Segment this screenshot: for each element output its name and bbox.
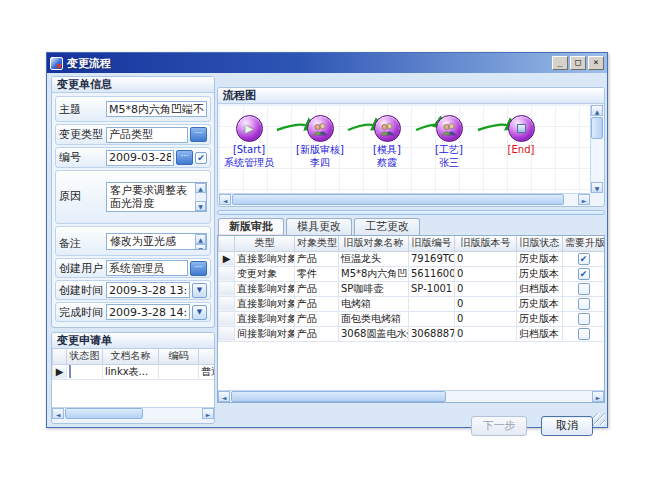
- request-table-hscrollbar[interactable]: ◄ ►: [52, 407, 214, 419]
- flow-node-start[interactable]: ▶[Start]系统管理员: [219, 115, 281, 168]
- word-doc-icon: [69, 365, 71, 378]
- ellipsis-icon[interactable]: ···: [190, 261, 207, 276]
- scroll-right-icon[interactable]: ►: [202, 408, 214, 419]
- scroll-up-icon[interactable]: ▲: [195, 183, 206, 193]
- old_name-cell: 电烤箱: [339, 296, 409, 311]
- table-row[interactable]: 直接影响对象产品电烤箱0历史版本: [219, 296, 605, 311]
- column-header[interactable]: 状态图: [67, 349, 103, 364]
- scroll-up-icon[interactable]: ▲: [195, 234, 206, 244]
- maximize-icon[interactable]: □: [570, 56, 586, 70]
- table-row[interactable]: 直接影响对象产品面包类电烤箱0历史版本: [219, 311, 605, 326]
- ellipsis-icon[interactable]: ···: [176, 150, 193, 165]
- table-row[interactable]: 间接影响对象产品3068圆盖电水壶30688870归档版本: [219, 326, 605, 341]
- close-icon[interactable]: ×: [588, 56, 604, 70]
- number-checkbox[interactable]: ✔: [195, 152, 207, 164]
- number-input[interactable]: [106, 150, 174, 166]
- reason-scrollbar[interactable]: ▲ ▼: [195, 183, 206, 211]
- field-label: 完成时间: [59, 305, 106, 320]
- reason-textarea[interactable]: 客户要求调整表面光滑度 ▲ ▼: [106, 182, 207, 212]
- resize-grip[interactable]: [593, 413, 605, 425]
- old_ver-cell: 0: [455, 281, 517, 296]
- upgrade-checkbox[interactable]: ✔: [578, 253, 590, 265]
- chevron-down-icon[interactable]: ▼: [192, 305, 207, 320]
- task-people-icon: [307, 115, 334, 142]
- old_status-cell: 历史版本: [517, 251, 563, 266]
- scroll-left-icon[interactable]: ◄: [52, 408, 64, 419]
- row-selector-icon: ▶: [219, 251, 235, 266]
- column-header[interactable]: 旧版版本号: [455, 236, 517, 251]
- table-row[interactable]: ▶ linkx表... 普通: [53, 364, 215, 379]
- scroll-right-icon[interactable]: ►: [578, 194, 590, 205]
- change-type-input[interactable]: [106, 127, 188, 143]
- creator-input[interactable]: [106, 260, 188, 276]
- remark-scrollbar[interactable]: ▲ ▼: [195, 234, 206, 249]
- column-header[interactable]: 类型: [235, 236, 295, 251]
- vscroll-thumb[interactable]: [591, 117, 603, 139]
- table-header-row: 类型对象类型旧版对象名称旧版编号旧版版本号旧版状态需要升版新版: [219, 236, 605, 251]
- old_name-cell: 恒温龙头: [339, 251, 409, 266]
- cube-icon: [517, 124, 526, 133]
- upgrade-checkbox[interactable]: [578, 328, 590, 340]
- finish-time-input[interactable]: [106, 304, 190, 320]
- scroll-right-icon[interactable]: ►: [592, 391, 604, 402]
- tab-0[interactable]: 新版审批: [218, 218, 284, 236]
- table-row[interactable]: ▶直接影响对象产品恒温龙头79169TC0历史版本✔: [219, 251, 605, 266]
- flow-node-end[interactable]: [End]: [489, 115, 553, 155]
- scroll-left-icon[interactable]: ◄: [218, 391, 230, 402]
- table-row[interactable]: 直接影响对象产品SP咖啡壶SP-10010归档版本SP咖: [219, 281, 605, 296]
- flow-canvas[interactable]: ▶[Start]系统管理员 [新版审核]李四 [模具]蔡霞 [工艺]张三[End…: [219, 105, 590, 193]
- field-create-time: 创建时间 ▼: [55, 280, 211, 300]
- chevron-down-icon[interactable]: ▼: [192, 283, 207, 298]
- hscroll-thumb[interactable]: [65, 408, 143, 419]
- table-row[interactable]: 变更对象零件M5*8内六角凹...56116000历史版本✔M5*8: [219, 266, 605, 281]
- column-header[interactable]: 旧版编号: [409, 236, 455, 251]
- minimize-icon[interactable]: _: [552, 56, 568, 70]
- column-header[interactable]: 旧版对象名称: [339, 236, 409, 251]
- tab-2[interactable]: 工艺更改: [354, 218, 420, 235]
- upgrade-checkbox[interactable]: ✔: [578, 268, 590, 280]
- tab-1[interactable]: 模具更改: [286, 218, 352, 235]
- flow-node-3[interactable]: [工艺]张三: [417, 115, 481, 168]
- play-icon: ▶: [245, 124, 253, 134]
- column-header[interactable]: 编码: [159, 349, 199, 364]
- splitter-handle[interactable]: [217, 210, 605, 215]
- flow-node-1[interactable]: [新版审核]李四: [288, 115, 352, 168]
- subject-input[interactable]: [106, 101, 207, 117]
- flow-node-2[interactable]: [模具]蔡霞: [355, 115, 419, 168]
- flow-hscrollbar[interactable]: ◄ ►: [219, 193, 590, 205]
- type-cell: 直接影响对象: [235, 311, 295, 326]
- upgrade-checkbox[interactable]: [578, 298, 590, 310]
- cancel-button[interactable]: 取消: [541, 416, 593, 436]
- title-bar[interactable]: 变更流程 _ □ ×: [47, 53, 607, 73]
- column-header[interactable]: [199, 349, 215, 364]
- flow-vscrollbar[interactable]: ▲ ▼: [590, 105, 603, 193]
- next-step-button[interactable]: 下一步: [471, 416, 527, 436]
- row-selector-icon: [219, 326, 235, 341]
- table-header-row: 状态图 文档名称 编码: [53, 349, 215, 364]
- scroll-up-icon[interactable]: ▲: [591, 105, 603, 116]
- status-cell: [67, 364, 103, 379]
- scroll-down-icon[interactable]: ▼: [195, 201, 206, 211]
- column-header[interactable]: 旧版状态: [517, 236, 563, 251]
- row-selector-icon: ▶: [53, 364, 67, 379]
- hscroll-thumb[interactable]: [231, 391, 446, 402]
- row-selector-icon: [219, 296, 235, 311]
- scroll-down-icon[interactable]: ▼: [591, 182, 603, 193]
- old_name-cell: 面包类电烤箱: [339, 311, 409, 326]
- old_name-cell: M5*8内六角凹...: [339, 266, 409, 281]
- field-label: 变更类型: [59, 127, 106, 142]
- hscroll-thumb[interactable]: [232, 194, 564, 205]
- field-remark: 备注 修改为亚光感 ▲ ▼: [55, 226, 211, 256]
- column-header[interactable]: 文档名称: [103, 349, 159, 364]
- remark-textarea[interactable]: 修改为亚光感 ▲ ▼: [106, 233, 207, 250]
- upgrade-checkbox[interactable]: [578, 283, 590, 295]
- create-time-input[interactable]: [106, 282, 190, 298]
- approval-table-hscrollbar[interactable]: ◄ ►: [218, 390, 604, 402]
- task-people-icon: [374, 115, 401, 142]
- scroll-left-icon[interactable]: ◄: [219, 194, 231, 205]
- column-header[interactable]: 对象类型: [295, 236, 339, 251]
- scroll-down-icon[interactable]: ▼: [195, 244, 206, 250]
- upgrade-checkbox[interactable]: [578, 313, 590, 325]
- column-header[interactable]: 需要升版: [563, 236, 605, 251]
- ellipsis-icon[interactable]: ···: [190, 127, 207, 142]
